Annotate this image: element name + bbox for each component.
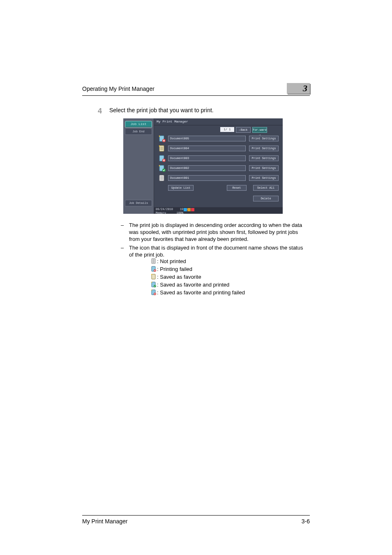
status-memory-label: Memory <box>156 211 166 215</box>
tab-job-list[interactable]: Job List <box>125 121 152 127</box>
list-item: Document001 Print Settings <box>158 174 279 182</box>
print-settings-button[interactable]: Print Settings <box>249 165 279 171</box>
list-item: Document004 Print Settings <box>158 145 279 152</box>
screenshot-panel: Job List Job End Job Details My Print Ma… <box>123 118 283 214</box>
legend-row: : Saved as favorite <box>151 274 306 281</box>
forward-button[interactable]: For-ward → <box>252 127 267 133</box>
legend-icon-saved-favorite-printed <box>151 282 156 287</box>
status-icon-fav-printed <box>158 164 166 172</box>
page-indicator: 1/ 1 <box>220 127 234 132</box>
status-bar: 09/24/2010 19:04 Memory 100% <box>154 207 283 214</box>
chapter-number: 3 <box>303 83 307 93</box>
legend-icon-not-printed <box>151 258 156 264</box>
list-item: Document005 Print Settings <box>158 135 279 142</box>
status-icon-fav <box>158 145 166 152</box>
legend-icon-printing-failed <box>151 266 156 272</box>
delete-button[interactable]: Delete <box>253 196 279 201</box>
document-button[interactable]: Document003 <box>168 155 246 161</box>
status-tray-icons <box>184 208 194 211</box>
legend-row: : Saved as favorite and printed <box>151 282 306 289</box>
legend-text: : Saved as favorite <box>157 274 201 281</box>
svg-rect-23 <box>152 274 155 279</box>
status-icon-not-printed <box>158 174 166 182</box>
step-number: 4 <box>98 107 102 116</box>
footer-product: My Print Manager <box>82 518 127 525</box>
list-item: Document003 Print Settings <box>158 155 279 162</box>
tab-job-details[interactable]: Job Details <box>125 200 152 206</box>
legend-text: : Printing failed <box>157 266 192 273</box>
print-settings-button[interactable]: Print Settings <box>249 175 279 181</box>
status-icon-fail <box>158 155 166 162</box>
update-list-button[interactable]: Update List <box>168 185 194 191</box>
status-icon-fav-fail <box>158 135 166 142</box>
screenshot-title: My Print Manager <box>154 118 283 125</box>
chapter-badge: 3 <box>287 83 310 94</box>
print-settings-button[interactable]: Print Settings <box>249 146 279 151</box>
running-title: Operating My Print Manager <box>82 86 154 92</box>
legend-icon-saved-favorite <box>151 274 156 280</box>
document-button[interactable]: Document002 <box>168 165 246 171</box>
step-text: Select the print job that you want to pr… <box>109 107 310 113</box>
document-button[interactable]: Document001 <box>168 175 246 181</box>
reset-button[interactable]: Reset <box>227 185 247 191</box>
legend-row: : Saved as favorite and printing failed <box>151 289 306 296</box>
status-icon-yellow <box>187 208 191 211</box>
legend-row: : Printing failed <box>151 266 306 273</box>
footer-page: 3-6 <box>302 518 310 525</box>
status-memory-value: 100% <box>176 211 183 215</box>
legend-icon-saved-favorite-failed <box>151 289 156 295</box>
status-icon-blue <box>184 208 187 211</box>
status-icon-red <box>191 208 194 211</box>
status-date: 09/24/2010 <box>156 208 173 211</box>
screenshot-left-column: Job List Job End Job Details <box>123 118 154 214</box>
header-rule <box>82 95 310 96</box>
arrow-left-icon: ← <box>239 127 240 132</box>
tab-job-end[interactable]: Job End <box>125 128 152 135</box>
footer-rule <box>82 515 310 516</box>
legend-text: : Not printed <box>157 258 186 265</box>
select-all-button[interactable]: Select All <box>253 185 279 191</box>
note-bullet: The print job is displayed in descending… <box>115 222 306 243</box>
back-button[interactable]: ←Back <box>236 127 251 133</box>
list-item: Document002 Print Settings <box>158 164 279 172</box>
print-settings-button[interactable]: Print Settings <box>249 136 279 141</box>
legend-text: : Saved as favorite and printing failed <box>157 289 245 296</box>
legend-row: : Not printed <box>151 258 306 265</box>
document-button[interactable]: Document005 <box>168 136 246 141</box>
document-button[interactable]: Document004 <box>168 146 246 151</box>
document-list: Document005 Print Settings Document004 P… <box>158 135 279 184</box>
print-settings-button[interactable]: Print Settings <box>249 155 279 161</box>
legend-text: : Saved as favorite and printed <box>157 282 229 289</box>
note-bullet: The icon that is displayed in front of t… <box>115 245 306 296</box>
